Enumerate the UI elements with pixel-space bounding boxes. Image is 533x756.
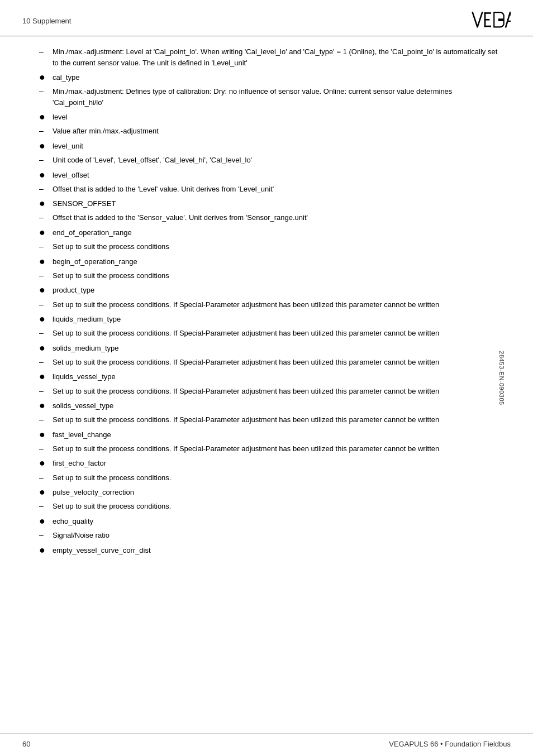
- content-list: – Min./max.-adjustment: Level at 'Cal_po…: [34, 46, 499, 557]
- list-item: ● solids_medium_type: [34, 343, 499, 355]
- vega-logo-icon: [472, 10, 511, 31]
- list-item: – Min./max.-adjustment: Level at 'Cal_po…: [34, 46, 499, 68]
- bullet-icon: ●: [39, 255, 49, 269]
- bullet-label: level_unit: [53, 141, 499, 152]
- page: 10 Supplement –: [0, 0, 533, 756]
- dash-label: Set up to suit the process conditions. I…: [53, 414, 499, 425]
- bullet-icon: ●: [39, 139, 49, 153]
- list-item: ● level_unit: [34, 141, 499, 153]
- dash-label: Unit code of 'Level', 'Level_offset', 'C…: [53, 155, 499, 166]
- bullet-label: liquids_medium_type: [53, 314, 499, 325]
- dash-icon: –: [39, 155, 49, 164]
- dash-icon: –: [39, 184, 49, 193]
- bullet-label: level: [53, 112, 499, 123]
- list-item: – Set up to suit the process conditions.…: [34, 386, 499, 397]
- dash-icon: –: [39, 415, 49, 424]
- svg-rect-3: [484, 26, 491, 27]
- list-item: ● product_type: [34, 285, 499, 297]
- dash-label: Set up to suit the process conditions. I…: [53, 443, 499, 454]
- dash-icon: –: [39, 473, 49, 482]
- list-item: – Min./max.-adjustment: Defines type of …: [34, 86, 499, 108]
- list-item: – Unit code of 'Level', 'Level_offset', …: [34, 155, 499, 166]
- dash-label: Set up to suit the process conditions. I…: [53, 299, 499, 310]
- list-item: ● solids_vessel_type: [34, 400, 499, 413]
- dash-label: Min./max.-adjustment: Level at 'Cal_poin…: [53, 46, 499, 68]
- list-item: – Set up to suit the process conditions.…: [34, 443, 499, 454]
- list-item: – Set up to suit the process conditions.: [34, 501, 499, 512]
- dash-icon: –: [39, 357, 49, 366]
- section-title: 10 Supplement: [22, 17, 71, 25]
- bullet-label: liquids_vessel_type: [53, 371, 499, 382]
- bullet-label: end_of_operation_range: [53, 227, 499, 238]
- page-footer: 60 VEGAPULS 66 • Foundation Fieldbus: [0, 734, 533, 756]
- dash-label: Min./max.-adjustment: Defines type of ca…: [53, 86, 499, 108]
- bullet-icon: ●: [39, 456, 49, 470]
- dash-icon: –: [39, 386, 49, 395]
- list-item: – Set up to suit the process conditions.…: [34, 357, 499, 368]
- dash-label: Set up to suit the process conditions. I…: [53, 357, 499, 368]
- dash-icon: –: [39, 87, 49, 95]
- list-item: ● liquids_vessel_type: [34, 371, 499, 384]
- list-item: – Signal/Noise ratio: [34, 530, 499, 541]
- dash-label: Offset that is added to the 'Level' valu…: [53, 184, 499, 195]
- dash-label: Set up to suit the process conditions: [53, 270, 499, 281]
- bullet-label: echo_quality: [53, 516, 499, 527]
- bullet-label: SENSOR_OFFSET: [53, 198, 499, 209]
- svg-rect-1: [484, 12, 491, 14]
- dash-label: Set up to suit the process conditions.: [53, 501, 499, 512]
- bullet-icon: ●: [39, 514, 49, 528]
- list-item: – Offset that is added to the 'Sensor_va…: [34, 212, 499, 223]
- dash-icon: –: [39, 530, 49, 539]
- dash-icon: –: [39, 47, 49, 56]
- list-item: – Set up to suit the process conditions.…: [34, 299, 499, 310]
- dash-icon: –: [39, 271, 49, 280]
- list-item: – Set up to suit the process conditions.…: [34, 414, 499, 425]
- product-name: VEGAPULS 66 • Foundation Fieldbus: [389, 740, 511, 748]
- bullet-label: pulse_velocity_correction: [53, 487, 499, 498]
- list-item: ● cal_type: [34, 72, 499, 84]
- dash-icon: –: [39, 242, 49, 251]
- bullet-icon: ●: [39, 399, 49, 413]
- bullet-icon: ●: [39, 485, 49, 499]
- bullet-icon: ●: [39, 70, 49, 84]
- bullet-icon: ●: [39, 283, 49, 297]
- list-item: ● SENSOR_OFFSET: [34, 198, 499, 210]
- list-item: ● begin_of_operation_range: [34, 256, 499, 269]
- logo: [472, 10, 511, 31]
- bullet-icon: ●: [39, 428, 49, 442]
- list-item: – Set up to suit the process conditions.: [34, 472, 499, 484]
- side-document-id: 28453-EN-090305: [498, 351, 505, 405]
- bullet-icon: ●: [39, 543, 49, 557]
- bullet-label: solids_medium_type: [53, 343, 499, 354]
- list-item: ● end_of_operation_range: [34, 227, 499, 240]
- main-content: – Min./max.-adjustment: Level at 'Cal_po…: [0, 46, 533, 557]
- svg-rect-4: [499, 19, 504, 21]
- list-item: ● level: [34, 112, 499, 124]
- svg-rect-2: [484, 19, 490, 21]
- bullet-label: empty_vessel_curve_corr_dist: [53, 545, 499, 556]
- list-item: ● first_echo_factor: [34, 458, 499, 470]
- list-item: ● echo_quality: [34, 516, 499, 528]
- list-item: – Value after min./max.-adjustment: [34, 126, 499, 137]
- bullet-label: cal_type: [53, 72, 499, 83]
- bullet-icon: ●: [39, 226, 49, 240]
- dash-icon: –: [39, 444, 49, 453]
- page-number: 60: [22, 740, 30, 748]
- dash-icon: –: [39, 328, 49, 337]
- dash-icon: –: [39, 300, 49, 309]
- dash-label: Signal/Noise ratio: [53, 530, 499, 541]
- bullet-label: product_type: [53, 285, 499, 296]
- dash-label: Set up to suit the process conditions. I…: [53, 328, 499, 339]
- list-item: – Set up to suit the process conditions: [34, 270, 499, 281]
- bullet-label: level_offset: [53, 170, 499, 181]
- bullet-icon: ●: [39, 110, 49, 124]
- list-item: ● liquids_medium_type: [34, 314, 499, 326]
- list-item: – Offset that is added to the 'Level' va…: [34, 184, 499, 195]
- list-item: ● fast_level_change: [34, 429, 499, 442]
- dash-label: Set up to suit the process conditions. I…: [53, 386, 499, 397]
- page-header: 10 Supplement: [0, 0, 533, 36]
- bullet-label: first_echo_factor: [53, 458, 499, 469]
- bullet-icon: ●: [39, 197, 49, 210]
- dash-icon: –: [39, 126, 49, 135]
- list-item: – Set up to suit the process conditions: [34, 241, 499, 252]
